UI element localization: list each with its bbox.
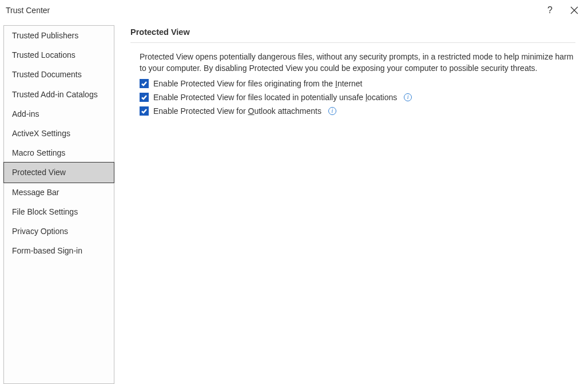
sidebar-item-label: Trusted Add-in Catalogs	[12, 90, 98, 99]
sidebar-item-trusted-locations[interactable]: Trusted Locations	[4, 45, 114, 65]
label-text-post: ocations	[367, 93, 397, 102]
titlebar-controls: ?	[547, 5, 580, 16]
label-text-pre: Enable Protected View for	[153, 106, 248, 116]
sidebar-item-form-based-sign-in[interactable]: Form-based Sign-in	[4, 241, 114, 260]
option-row: Enable Protected View for files located …	[140, 93, 575, 102]
checkbox-label[interactable]: Enable Protected View for files originat…	[153, 79, 363, 88]
sidebar-item-label: Protected View	[12, 168, 66, 177]
sidebar-item-message-bar[interactable]: Message Bar	[4, 183, 114, 202]
close-icon[interactable]	[569, 5, 580, 16]
checkbox[interactable]	[140, 79, 149, 88]
label-text-post: utlook attachments	[254, 106, 321, 116]
sidebar: Trusted PublishersTrusted LocationsTrust…	[3, 25, 114, 384]
checkbox-label[interactable]: Enable Protected View for files located …	[153, 93, 397, 102]
sidebar-item-activex-settings[interactable]: ActiveX Settings	[4, 124, 114, 143]
sidebar-item-trusted-add-in-catalogs[interactable]: Trusted Add-in Catalogs	[4, 85, 114, 104]
label-accelerator: O	[248, 106, 255, 116]
checkbox[interactable]	[140, 106, 149, 116]
sidebar-item-label: Macro Settings	[12, 148, 65, 157]
sidebar-item-label: Add-ins	[12, 109, 39, 118]
sidebar-item-trusted-publishers[interactable]: Trusted Publishers	[4, 26, 114, 45]
content-panel: Protected View Protected View opens pote…	[114, 25, 581, 384]
section-description: Protected View opens potentially dangero…	[130, 51, 575, 74]
sidebar-item-macro-settings[interactable]: Macro Settings	[4, 143, 114, 163]
section-title: Protected View	[130, 27, 575, 43]
sidebar-item-label: Privacy Options	[12, 227, 68, 236]
sidebar-item-label: ActiveX Settings	[12, 129, 70, 138]
titlebar: Trust Center ?	[0, 0, 588, 19]
window-title: Trust Center	[6, 6, 50, 15]
help-icon[interactable]: ?	[547, 5, 553, 15]
sidebar-item-label: Trusted Locations	[12, 50, 76, 60]
checkbox-label[interactable]: Enable Protected View for Outlook attach…	[153, 106, 321, 116]
sidebar-item-label: Form-based Sign-in	[12, 246, 82, 255]
option-row: Enable Protected View for files originat…	[140, 79, 575, 88]
checkbox-list: Enable Protected View for files originat…	[130, 79, 575, 116]
sidebar-item-privacy-options[interactable]: Privacy Options	[4, 221, 114, 241]
sidebar-item-label: File Block Settings	[12, 207, 78, 216]
sidebar-item-label: Message Bar	[12, 188, 59, 197]
sidebar-item-label: Trusted Documents	[12, 70, 82, 79]
sidebar-item-add-ins[interactable]: Add-ins	[4, 104, 114, 124]
sidebar-item-label: Trusted Publishers	[12, 31, 78, 40]
sidebar-item-protected-view[interactable]: Protected View	[3, 162, 114, 183]
label-text-post: nternet	[337, 79, 363, 88]
label-text-pre: Enable Protected View for files located …	[153, 93, 365, 102]
option-row: Enable Protected View for Outlook attach…	[140, 106, 575, 116]
sidebar-item-trusted-documents[interactable]: Trusted Documents	[4, 65, 114, 84]
info-icon[interactable]: i	[328, 107, 336, 115]
sidebar-item-file-block-settings[interactable]: File Block Settings	[4, 202, 114, 221]
main-area: Trusted PublishersTrusted LocationsTrust…	[0, 19, 588, 384]
label-text-pre: Enable Protected View for files originat…	[153, 79, 335, 88]
info-icon[interactable]: i	[404, 93, 412, 101]
checkbox[interactable]	[140, 93, 149, 102]
